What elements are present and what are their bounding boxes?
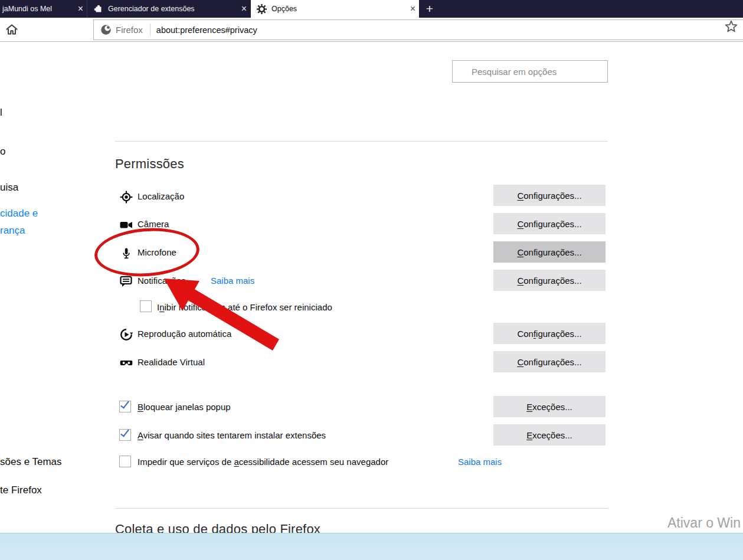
block-popups-checkbox[interactable] (119, 401, 131, 412)
autoplay-icon (119, 328, 133, 342)
warn-addon-install-checkbox[interactable] (119, 429, 131, 441)
vr-settings-button[interactable]: Configurações... (493, 351, 605, 372)
windows-activation-watermark-line1: Ativar o Win (667, 515, 741, 531)
microphone-settings-button[interactable]: Configurações... (493, 241, 605, 263)
section-divider (115, 508, 608, 509)
identity-chip[interactable]: Firefox (94, 24, 150, 35)
identity-label: Firefox (116, 25, 143, 35)
sidebar-item-privacidade-fragment-line2[interactable]: rança (0, 225, 25, 237)
accessibility-block-checkbox[interactable] (119, 456, 131, 467)
puzzle-icon (92, 3, 104, 15)
vr-icon (119, 356, 133, 370)
checkmark-icon (120, 399, 129, 408)
warn-addon-install-label: Avisar quando sites tentarem instalar ex… (138, 430, 326, 440)
preferences-page: l o uisa cidade e rança sões e Temas te … (0, 42, 743, 533)
location-icon (119, 190, 133, 204)
block-popups-label: Bloquear janelas popup (138, 402, 231, 412)
home-icon[interactable] (5, 22, 19, 37)
popup-exceptions-button[interactable]: Exceções... (493, 396, 605, 417)
windows-taskbar: e C:\_ Ps (0, 533, 743, 560)
sidebar-item-pesquisa-fragment[interactable]: uisa (0, 182, 18, 194)
tab-bar: jaMundi os Mel × Gerenciador de extensõe… (0, 0, 743, 18)
tab-title: Gerenciador de extensões (108, 5, 195, 13)
notifications-icon (119, 274, 133, 289)
section-divider (115, 141, 608, 142)
url-text[interactable]: about:preferences#privacy (150, 25, 257, 35)
tab-extension-manager[interactable]: Gerenciador de extensões × (87, 0, 250, 18)
tab-title: jaMundi os Mel (2, 5, 52, 13)
sidebar-item-suporte-fragment[interactable]: te Firefox (0, 484, 42, 496)
url-bar[interactable]: Firefox about:preferences#privacy (93, 19, 743, 40)
camera-settings-button[interactable]: Configurações... (493, 213, 605, 234)
accessibility-learn-more-link[interactable]: Saiba mais (458, 457, 502, 467)
search-box (452, 60, 608, 83)
firefox-logo-icon (100, 24, 112, 35)
autoplay-settings-button[interactable]: Configurações... (493, 323, 605, 344)
checkmark-icon (120, 427, 129, 437)
close-icon[interactable]: × (407, 4, 419, 14)
close-icon[interactable]: × (74, 4, 87, 14)
location-settings-button[interactable]: Configurações... (493, 185, 605, 206)
permissions-heading: Permissões (115, 156, 184, 172)
search-input[interactable] (453, 61, 607, 82)
sidebar-item-geral-fragment[interactable]: l (0, 107, 2, 119)
annotation-arrow (149, 267, 284, 353)
permission-label-vr: Realidade Virtual (138, 357, 205, 367)
permission-label-camera: Câmera (138, 219, 169, 229)
tab-title-fade (59, 0, 74, 18)
accessibility-block-label: Impedir que serviços de acessibilidade a… (138, 457, 388, 467)
tab-lojamundi[interactable]: jaMundi os Mel × (0, 0, 87, 18)
tab-title: Opções (271, 5, 297, 13)
bookmark-star-icon[interactable] (725, 20, 738, 33)
addon-exceptions-button[interactable]: Exceções... (493, 424, 605, 446)
permission-label-location: Localização (138, 191, 184, 201)
tab-options-active[interactable]: Opções × (251, 0, 419, 18)
gear-icon (256, 4, 267, 15)
sidebar-item-inicio-fragment[interactable]: o (0, 146, 5, 158)
sidebar-item-extensoes-fragment[interactable]: sões e Temas (0, 456, 62, 468)
new-tab-button[interactable]: + (420, 0, 439, 18)
sidebar-item-privacidade-fragment-line1[interactable]: cidade e (0, 208, 38, 220)
notifications-settings-button[interactable]: Configurações... (493, 270, 605, 291)
close-icon[interactable]: × (238, 4, 250, 14)
navigation-toolbar: Firefox about:preferences#privacy (0, 18, 743, 42)
